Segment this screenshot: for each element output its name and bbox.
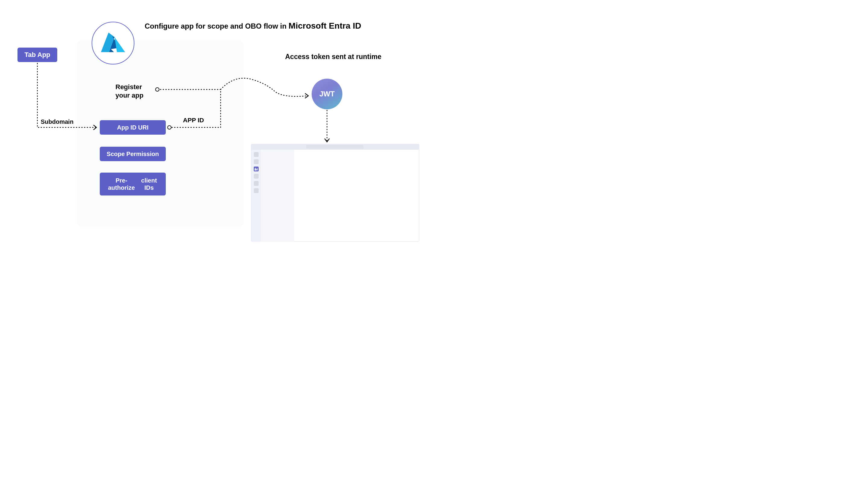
scope-permission-label: Scope Permission (107, 151, 159, 157)
preauth-l2: client IDs (138, 177, 160, 191)
svg-rect-3 (255, 169, 257, 171)
teams-searchbar (306, 145, 364, 149)
jwt-label: JWT (319, 90, 335, 98)
teams-icon (254, 167, 259, 171)
preauth-l1: Pre-authorize (105, 177, 138, 191)
azure-icon (99, 31, 127, 55)
register-your-app-label: Register your app (115, 83, 144, 99)
register-l2: your app (115, 91, 144, 100)
tab-app-label: Tab App (24, 51, 50, 59)
step-preauthorize-client-ids: Pre-authorize client IDs (100, 173, 166, 195)
title-prefix: Configure app for scope and OBO flow in (145, 22, 289, 30)
teams-content-area (294, 150, 419, 241)
svg-rect-0 (254, 167, 259, 171)
rail-item (254, 174, 259, 178)
teams-app-rail (251, 150, 261, 242)
tab-app-box: Tab App (17, 48, 57, 62)
teams-client-mock (251, 144, 419, 242)
app-id-edge-label: APP ID (183, 117, 204, 124)
step-app-id-uri: App ID URI (100, 120, 166, 135)
access-token-label: Access token sent at runtime (285, 53, 382, 61)
rail-item (254, 181, 259, 186)
rail-item-active (254, 167, 259, 171)
subdomain-edge-label: Subdomain (39, 118, 75, 125)
svg-rect-4 (257, 169, 258, 170)
diagram-title: Configure app for scope and OBO flow in … (145, 21, 361, 31)
jwt-token-circle: JWT (312, 79, 343, 109)
title-emphasis: Microsoft Entra ID (289, 21, 361, 31)
svg-point-2 (257, 168, 257, 169)
svg-point-1 (255, 168, 256, 169)
rail-item (254, 159, 259, 164)
app-id-uri-label: App ID URI (117, 124, 148, 131)
step-scope-permission: Scope Permission (100, 147, 166, 161)
teams-side-panel (261, 150, 294, 242)
rail-item (254, 152, 259, 157)
rail-item (254, 188, 259, 193)
register-l1: Register (115, 83, 144, 91)
azure-logo-circle (92, 22, 134, 64)
